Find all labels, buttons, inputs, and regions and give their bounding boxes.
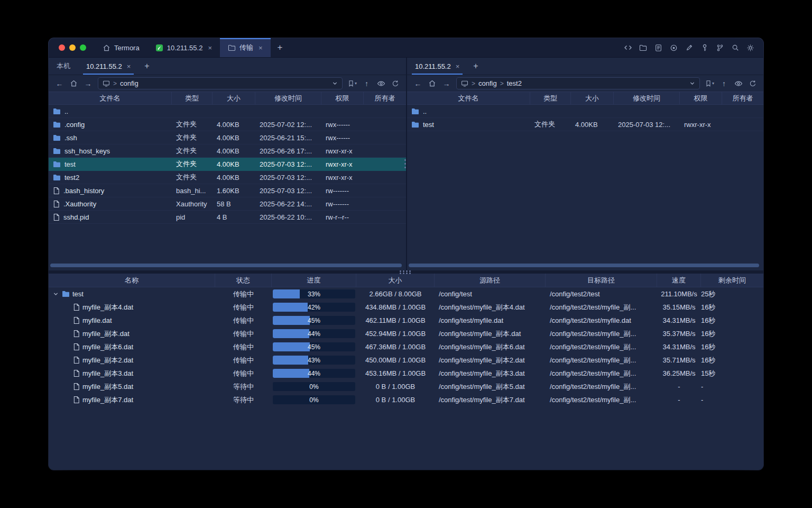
close-tab-icon[interactable]: × — [208, 44, 212, 52]
refresh-button[interactable] — [389, 77, 402, 90]
column-header[interactable]: 文件名 — [49, 92, 172, 104]
key-button[interactable] — [699, 43, 709, 53]
show-hidden-files-button[interactable] — [374, 77, 387, 90]
code-icon — [624, 44, 632, 51]
transfer-column-header[interactable]: 状态 — [215, 274, 272, 287]
horizontal-scrollbar[interactable] — [50, 264, 402, 267]
close-tab-icon[interactable]: × — [456, 62, 460, 70]
transfer-size-cell: 467.36MB / 1.00GB — [356, 343, 435, 351]
breadcrumb-segment[interactable]: test2 — [507, 79, 522, 87]
log-button[interactable] — [653, 43, 663, 53]
column-header[interactable]: 权限 — [680, 92, 722, 104]
edit-button[interactable] — [684, 43, 694, 53]
file-row[interactable]: .bash_historybash_hi...1.60KB2025-07-03 … — [49, 184, 406, 197]
horizontal-scrollbar[interactable] — [409, 264, 759, 267]
minimize-window-button[interactable] — [69, 44, 76, 51]
file-row[interactable]: .ssh文件夹4.00KB2025-06-21 15:...rwx------ — [49, 131, 406, 144]
transfer-row[interactable]: myfile_副本6.dat传输中45%467.36MB / 1.00GB/co… — [49, 340, 763, 353]
column-header[interactable]: 类型 — [172, 92, 213, 104]
zoom-window-button[interactable] — [80, 44, 86, 51]
transfer-row[interactable]: test传输中33%2.66GB / 8.00GB/config/test/co… — [49, 287, 763, 301]
transfer-row[interactable]: myfile_副本2.dat传输中43%450.00MB / 1.00GB/co… — [49, 353, 763, 367]
bookmark-button[interactable]: ▾ — [346, 77, 359, 90]
column-header[interactable]: 大小 — [571, 92, 614, 104]
progress-bar: 43% — [273, 356, 355, 365]
record-button[interactable] — [669, 43, 679, 53]
transfer-row[interactable]: myfile.dat传输中45%462.11MB / 1.00GB/config… — [49, 314, 763, 327]
home-button[interactable] — [67, 77, 80, 90]
file-row[interactable]: test文件夹4.00KB2025-07-03 12:...rwxr-xr-x — [49, 158, 406, 171]
branch-button[interactable] — [715, 43, 725, 53]
scrollbar-thumb[interactable] — [409, 264, 759, 267]
forward-button[interactable]: → — [81, 77, 95, 90]
breadcrumb-segment[interactable]: config — [478, 79, 497, 87]
code-button[interactable] — [623, 43, 633, 53]
transfer-column-header[interactable]: 名称 — [49, 274, 215, 287]
file-row[interactable]: ssh_host_keys文件夹4.00KB2025-06-26 17:...r… — [49, 144, 406, 158]
up-directory-button[interactable]: ↑ — [717, 77, 731, 90]
new-panel-tab-button[interactable]: + — [139, 58, 155, 75]
transfer-row[interactable]: myfile_副本3.dat传输中44%453.16MB / 1.00GB/co… — [49, 367, 763, 380]
forward-button[interactable]: → — [440, 77, 453, 90]
search-button[interactable] — [730, 43, 740, 53]
column-header[interactable]: 修改时间 — [614, 92, 680, 104]
transfer-splitter[interactable] — [49, 270, 763, 274]
panel-tab[interactable]: 本机 — [49, 58, 78, 75]
panel-tab[interactable]: 10.211.55.2× — [407, 58, 467, 75]
transfer-row[interactable]: myfile_副本5.dat等待中0%0 B / 1.00GB/config/t… — [49, 380, 763, 393]
folder-outline-button[interactable] — [638, 43, 648, 53]
chevron-down-icon[interactable] — [689, 80, 695, 86]
new-panel-tab-button[interactable]: + — [467, 58, 484, 75]
refresh-button[interactable] — [746, 77, 759, 90]
back-button[interactable]: ← — [53, 77, 66, 90]
transfer-column-header[interactable]: 进度 — [272, 274, 356, 287]
chevron-down-icon[interactable] — [332, 80, 338, 86]
breadcrumb-segment[interactable]: config — [120, 79, 139, 87]
home-button[interactable] — [426, 77, 439, 90]
close-tab-icon[interactable]: × — [259, 44, 263, 52]
new-tab-button[interactable]: + — [271, 38, 290, 57]
column-header[interactable]: 权限 — [321, 92, 364, 104]
transfer-progress-cell: 42% — [272, 303, 356, 312]
file-row[interactable]: sshd.pidpid4 B2025-06-22 10:...rw-r--r-- — [49, 211, 406, 224]
up-directory-button[interactable]: ↑ — [360, 77, 373, 90]
transfer-name-cell: myfile_副本7.dat — [49, 395, 215, 405]
file-row[interactable]: test文件夹4.00KB2025-07-03 12:...rwxr-xr-x — [407, 118, 763, 131]
column-header[interactable]: 所有者 — [722, 92, 763, 104]
transfer-column-header[interactable]: 目标路径 — [546, 274, 657, 287]
transfer-column-header[interactable]: 大小 — [356, 274, 435, 287]
app-tab[interactable]: 10.211.55.2× — [147, 38, 220, 57]
panel-tab[interactable]: 10.211.55.2× — [78, 58, 139, 75]
column-header[interactable]: 类型 — [530, 92, 571, 104]
transfer-column-header[interactable]: 剩余时间 — [701, 274, 763, 287]
transfer-row[interactable]: myfile_副本.dat传输中44%452.94MB / 1.00GB/con… — [49, 327, 763, 340]
column-header[interactable]: 大小 — [213, 92, 255, 104]
column-header[interactable]: 修改时间 — [255, 92, 321, 104]
show-hidden-files-button[interactable] — [732, 77, 745, 90]
column-header[interactable]: 所有者 — [364, 92, 406, 104]
transfer-target-cell: /config/test2/test/myfile_副... — [546, 356, 657, 365]
bookmark-button[interactable]: ▾ — [703, 77, 716, 90]
file-row[interactable]: .. — [407, 105, 763, 118]
file-row[interactable]: test2文件夹4.00KB2025-07-03 12:...rwxr-xr-x — [49, 171, 406, 184]
close-tab-icon[interactable]: × — [127, 62, 131, 70]
transfer-column-header[interactable]: 源路径 — [435, 274, 546, 287]
path-breadcrumb[interactable]: >config>test2 — [456, 77, 700, 89]
splitter-handle-icon[interactable] — [400, 270, 412, 275]
record-icon — [670, 44, 678, 52]
file-row[interactable]: .XauthorityXauthority58 B2025-06-22 14:.… — [49, 197, 406, 211]
expand-chevron-icon[interactable] — [52, 291, 59, 297]
close-window-button[interactable] — [59, 44, 65, 51]
app-tab[interactable]: Termora — [95, 38, 147, 57]
transfer-row[interactable]: myfile_副本4.dat传输中42%434.86MB / 1.00GB/co… — [49, 301, 763, 314]
settings-button[interactable] — [745, 43, 755, 53]
transfer-row[interactable]: myfile_副本7.dat等待中0%0 B / 1.00GB/config/t… — [49, 393, 763, 406]
app-tab[interactable]: 传输× — [220, 38, 271, 57]
path-breadcrumb[interactable]: >config — [98, 77, 343, 89]
back-button[interactable]: ← — [411, 77, 425, 90]
column-header[interactable]: 文件名 — [407, 92, 530, 104]
file-row[interactable]: .config文件夹4.00KB2025-07-02 12:...rwx----… — [49, 118, 406, 131]
file-row[interactable]: .. — [49, 105, 406, 118]
scrollbar-thumb[interactable] — [50, 264, 402, 267]
transfer-column-header[interactable]: 速度 — [657, 274, 701, 287]
